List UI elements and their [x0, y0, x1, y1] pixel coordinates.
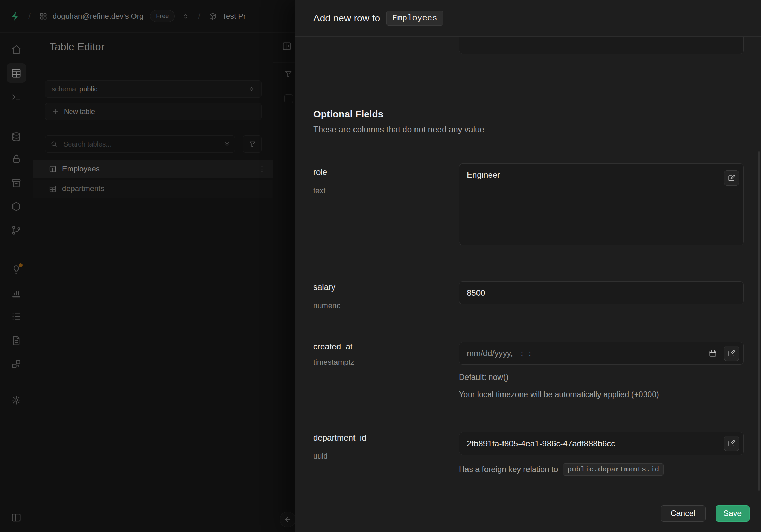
app: / doguhan@refine.dev's Org Free / Test P…: [0, 0, 761, 532]
edit-icon: [728, 174, 735, 182]
department-id-input[interactable]: [459, 432, 744, 455]
optional-fields-subtitle: These are columns that do not need any v…: [313, 125, 484, 134]
drawer-header: Add new row to Employees: [295, 0, 761, 37]
add-row-drawer: Add new row to Employees Optional Fields…: [295, 0, 761, 532]
save-button[interactable]: Save: [716, 505, 750, 522]
foreign-key-target-chip: public.departments.id: [563, 463, 664, 476]
field-type-created-at: timestamptz: [313, 358, 355, 367]
field-label-salary: salary: [313, 282, 335, 292]
drawer-body: Optional Fields These are columns that d…: [295, 37, 761, 495]
drawer-title: Add new row to: [313, 13, 380, 24]
optional-fields-title: Optional Fields: [313, 109, 383, 120]
field-label-created-at: created_at: [313, 342, 352, 352]
created-at-expand-editor-button[interactable]: [724, 346, 739, 361]
scrollbar[interactable]: [758, 151, 760, 491]
foreign-key-help-text: Has a foreign key relation to: [459, 465, 558, 474]
datetime-placeholder: mm/dd/yyyy, --:--:-- --: [467, 348, 544, 358]
divider: [295, 83, 761, 83]
created-at-timezone-help: Your local timezone will be automaticall…: [459, 390, 659, 399]
edit-icon: [728, 440, 735, 447]
field-type-role: text: [313, 186, 325, 195]
calendar-icon[interactable]: [709, 349, 717, 357]
role-input[interactable]: Engineer: [459, 163, 744, 245]
edit-icon: [728, 349, 735, 357]
previous-field-input[interactable]: [459, 37, 744, 54]
field-label-role: role: [313, 167, 327, 177]
field-type-salary: numeric: [313, 301, 340, 310]
table-name-chip: Employees: [386, 11, 443, 26]
cancel-button[interactable]: Cancel: [661, 505, 706, 522]
created-at-input[interactable]: mm/dd/yyyy, --:--:-- --: [459, 342, 744, 365]
field-type-department-id: uuid: [313, 452, 328, 461]
department-id-select-record-button[interactable]: [724, 436, 739, 451]
foreign-key-help: Has a foreign key relation to public.dep…: [459, 463, 664, 476]
created-at-default-help: Default: now(): [459, 373, 508, 382]
salary-input[interactable]: [459, 281, 744, 304]
role-expand-editor-button[interactable]: [724, 170, 739, 186]
drawer-footer: Cancel Save: [295, 495, 761, 532]
field-label-department-id: department_id: [313, 433, 366, 443]
